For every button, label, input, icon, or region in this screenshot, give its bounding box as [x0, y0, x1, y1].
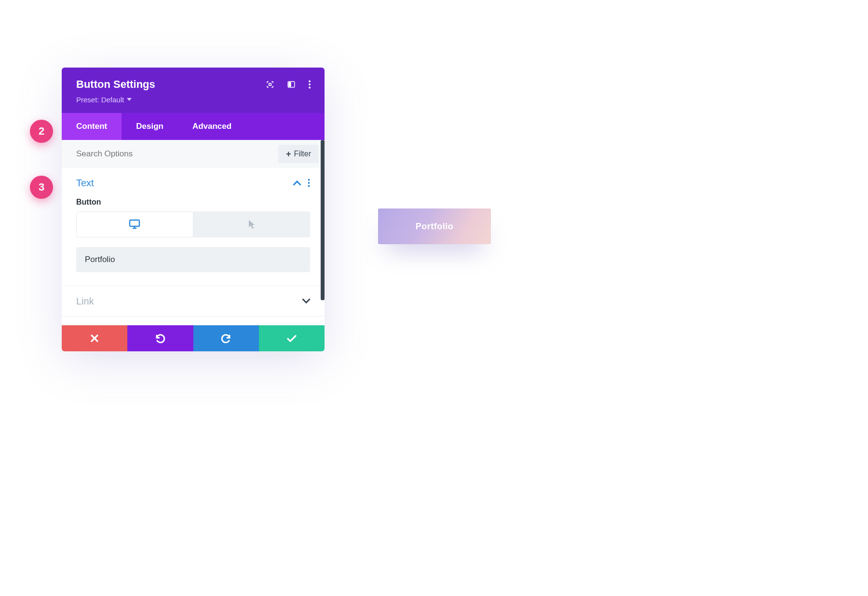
close-icon — [91, 334, 98, 342]
section-text: Text Button — [62, 168, 325, 286]
chevron-up-icon — [293, 180, 301, 185]
svg-point-3 — [309, 81, 311, 83]
preview-button[interactable]: Portfolio — [378, 208, 491, 244]
callout-badge-3: 3 — [30, 176, 53, 199]
filter-label: Filter — [294, 150, 311, 158]
hover-state-button[interactable] — [193, 211, 311, 237]
caret-down-icon — [127, 98, 132, 101]
settings-panel: Button Settings — [62, 68, 325, 351]
desktop-icon — [129, 219, 140, 230]
section-link-title: Link — [76, 296, 94, 307]
expand-icon[interactable] — [266, 80, 274, 89]
search-row: + Filter — [62, 140, 325, 168]
section-more-icon[interactable] — [308, 179, 310, 187]
plus-icon: + — [286, 150, 291, 158]
undo-icon — [155, 333, 165, 343]
section-link: Link — [62, 286, 325, 317]
redo-icon — [221, 333, 231, 343]
preset-selector[interactable]: Preset: Default — [76, 96, 132, 104]
section-link-header[interactable]: Link — [76, 286, 310, 316]
panel-header: Button Settings — [62, 68, 325, 113]
confirm-button[interactable] — [259, 325, 325, 351]
tab-advanced[interactable]: Advanced — [178, 113, 246, 140]
cursor-icon — [248, 219, 256, 230]
svg-point-8 — [308, 185, 310, 187]
section-text-header[interactable]: Text — [76, 168, 310, 198]
svg-point-7 — [308, 182, 310, 184]
redo-button[interactable] — [193, 325, 259, 351]
search-input[interactable] — [76, 149, 278, 159]
panel-scrollbar[interactable] — [321, 140, 325, 300]
tab-design[interactable]: Design — [122, 113, 178, 140]
preview-button-label: Portfolio — [416, 222, 454, 232]
section-text-title: Text — [76, 178, 94, 189]
state-toggle — [76, 211, 310, 237]
svg-rect-9 — [130, 220, 139, 226]
svg-point-4 — [309, 83, 311, 85]
preset-label: Preset: Default — [76, 96, 124, 104]
svg-point-5 — [309, 87, 311, 89]
svg-point-6 — [308, 179, 310, 181]
tabs-bar: Content Design Advanced — [62, 113, 325, 140]
svg-rect-0 — [269, 83, 271, 86]
button-field-label: Button — [76, 198, 310, 207]
desktop-state-button[interactable] — [76, 211, 193, 237]
svg-rect-2 — [288, 82, 291, 87]
button-text-input[interactable]: Portfolio — [76, 247, 310, 272]
footer-actions — [62, 325, 325, 351]
undo-button[interactable] — [127, 325, 193, 351]
more-icon[interactable] — [308, 80, 311, 89]
panel-title: Button Settings — [76, 78, 155, 91]
tab-content[interactable]: Content — [62, 113, 122, 140]
chevron-down-icon — [302, 299, 310, 304]
check-icon — [287, 335, 297, 342]
cancel-button[interactable] — [62, 325, 127, 351]
callout-badge-2: 2 — [30, 120, 53, 143]
columns-icon[interactable] — [287, 80, 296, 89]
filter-button[interactable]: + Filter — [278, 145, 319, 163]
